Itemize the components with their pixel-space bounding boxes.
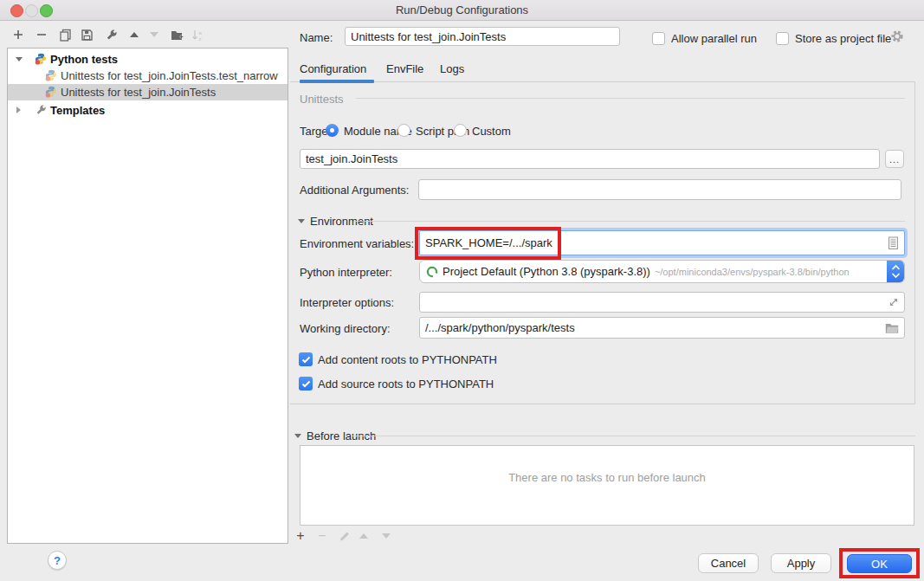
cancel-button[interactable]: Cancel: [698, 553, 759, 573]
target-custom-radio[interactable]: [454, 124, 467, 137]
tab-logs[interactable]: Logs: [440, 62, 464, 75]
move-down-icon: [150, 32, 158, 37]
move-up-button[interactable]: [126, 27, 142, 42]
add-content-roots-label: Add content roots to PYTHONPATH: [318, 353, 497, 366]
move-down-icon: [382, 533, 391, 539]
name-label: Name:: [300, 31, 333, 44]
copy-icon: [59, 29, 72, 42]
remove-task-button: −: [315, 529, 329, 543]
group-separator-line: [354, 221, 905, 222]
working-directory-input[interactable]: /.../spark/python/pyspark/tests: [419, 317, 905, 339]
python-test-icon: [45, 86, 57, 98]
remove-configuration-button[interactable]: [34, 27, 49, 42]
interpreter-options-label: Interpreter options:: [300, 296, 394, 309]
before-launch-empty-text: There are no tasks to run before launch: [300, 446, 914, 484]
tree-item-templates[interactable]: Templates: [8, 102, 288, 119]
dropdown-stepper-icon[interactable]: [887, 260, 904, 283]
window-title: Run/Debug Configurations: [0, 3, 924, 16]
apply-button[interactable]: Apply: [771, 553, 831, 573]
conda-ring-icon: [426, 266, 438, 278]
store-as-project-file-checkbox[interactable]: [776, 32, 789, 45]
gear-icon[interactable]: [890, 29, 904, 43]
environment-variables-input[interactable]: SPARK_HOME=/.../spark: [419, 230, 905, 255]
save-configuration-button[interactable]: [79, 27, 94, 42]
remove-icon: −: [318, 529, 326, 543]
expand-diagonal-icon[interactable]: [888, 297, 899, 307]
title-bar: Run/Debug Configurations: [0, 0, 924, 21]
browse-button[interactable]: ...: [885, 150, 904, 168]
create-folder-button[interactable]: [170, 27, 185, 42]
move-up-icon: [130, 32, 139, 37]
group-separator-line: [352, 436, 915, 436]
move-up-icon: [359, 533, 368, 539]
store-as-project-file-label: Store as project file: [795, 32, 891, 45]
ok-button[interactable]: OK: [847, 554, 912, 573]
tree-item-label: Unittests for test_join.JoinTests: [61, 86, 216, 99]
chevron-right-icon[interactable]: [16, 107, 21, 113]
folder-icon[interactable]: [885, 322, 899, 333]
python-interpreter-label: Python interpreter:: [300, 266, 392, 279]
tab-separator: [290, 81, 915, 82]
python-test-icon: [45, 69, 57, 81]
additional-arguments-input[interactable]: [418, 179, 901, 200]
add-task-button[interactable]: +: [294, 529, 307, 543]
new-folder-icon: [171, 29, 184, 42]
tree-item-label: Python tests: [50, 53, 118, 66]
add-source-roots-label: Add source roots to PYTHONPATH: [318, 378, 494, 391]
environment-collapse-icon[interactable]: [298, 219, 305, 223]
edit-templates-button[interactable]: [103, 27, 119, 42]
add-configuration-button[interactable]: [10, 27, 26, 42]
move-down-button: [146, 27, 162, 42]
move-task-down-button: [379, 529, 393, 543]
target-script-path-radio[interactable]: [397, 124, 410, 137]
svg-text:a: a: [198, 29, 202, 35]
environment-variables-label: Environment variables:: [300, 237, 414, 250]
working-directory-label: Working directory:: [300, 322, 391, 335]
tree-item-label: Templates: [50, 104, 105, 117]
tree-item-jointests-selected[interactable]: Unittests for test_join.JoinTests: [8, 84, 288, 100]
environment-variables-value: SPARK_HOME=/.../spark: [425, 236, 552, 249]
remove-icon: [36, 29, 47, 40]
tree-item-label: Unittests for test_join.JoinTests.test_n…: [61, 69, 278, 82]
add-icon: +: [296, 529, 304, 543]
run-debug-configurations-dialog: Run/Debug Configurations az Python tests: [0, 0, 924, 581]
templates-wrench-icon: [35, 104, 47, 116]
chevron-down-icon[interactable]: [16, 57, 23, 61]
tree-item-test-narrow[interactable]: Unittests for test_join.JoinTests.test_n…: [8, 68, 288, 84]
target-custom-label: Custom: [472, 125, 511, 138]
sort-icon: az: [191, 29, 204, 42]
pencil-icon: [339, 530, 351, 542]
active-tab-underline: [300, 80, 374, 83]
working-directory-value: /.../spark/python/pyspark/tests: [425, 321, 575, 334]
python-interpreter-select[interactable]: Project Default (Python 3.8 (pyspark-3.8…: [419, 260, 905, 283]
allow-parallel-run-checkbox[interactable]: [652, 32, 665, 45]
tree-item-python-tests[interactable]: Python tests: [8, 51, 288, 68]
allow-parallel-run-label: Allow parallel run: [671, 32, 757, 45]
target-module-name-radio[interactable]: [326, 124, 339, 137]
list-icon[interactable]: [888, 236, 899, 250]
panel-bottom-border: [290, 403, 915, 404]
add-content-roots-checkbox[interactable]: [299, 352, 313, 366]
save-icon: [81, 29, 94, 42]
before-launch-collapse-icon[interactable]: [294, 434, 301, 438]
before-launch-task-list: There are no tasks to run before launch: [300, 445, 914, 526]
python-interpreter-value: Project Default (Python 3.8 (pyspark-3.8…: [443, 265, 650, 278]
target-input[interactable]: test_join.JoinTests: [300, 149, 880, 169]
tab-configuration[interactable]: Configuration: [300, 62, 366, 75]
tab-envfile[interactable]: EnvFile: [386, 62, 423, 75]
panel-right-border: [914, 82, 915, 403]
sort-configurations-button: az: [190, 27, 205, 42]
interpreter-options-input[interactable]: [419, 292, 905, 313]
wrench-icon: [105, 29, 118, 42]
additional-arguments-label: Additional Arguments:: [300, 184, 409, 197]
move-task-up-button: [357, 529, 371, 543]
group-separator-line: [356, 98, 905, 99]
add-icon: [13, 29, 23, 40]
copy-configuration-button[interactable]: [57, 27, 73, 42]
add-source-roots-checkbox[interactable]: [299, 377, 313, 391]
name-input[interactable]: Unittests for test_join.JoinTests: [345, 27, 620, 46]
python-interpreter-path: ~/opt/miniconda3/envs/pyspark-3.8/bin/py…: [655, 267, 850, 277]
unittests-group-label: Unittests: [300, 93, 344, 106]
python-tests-icon: [35, 53, 47, 65]
help-button[interactable]: ?: [48, 551, 67, 570]
